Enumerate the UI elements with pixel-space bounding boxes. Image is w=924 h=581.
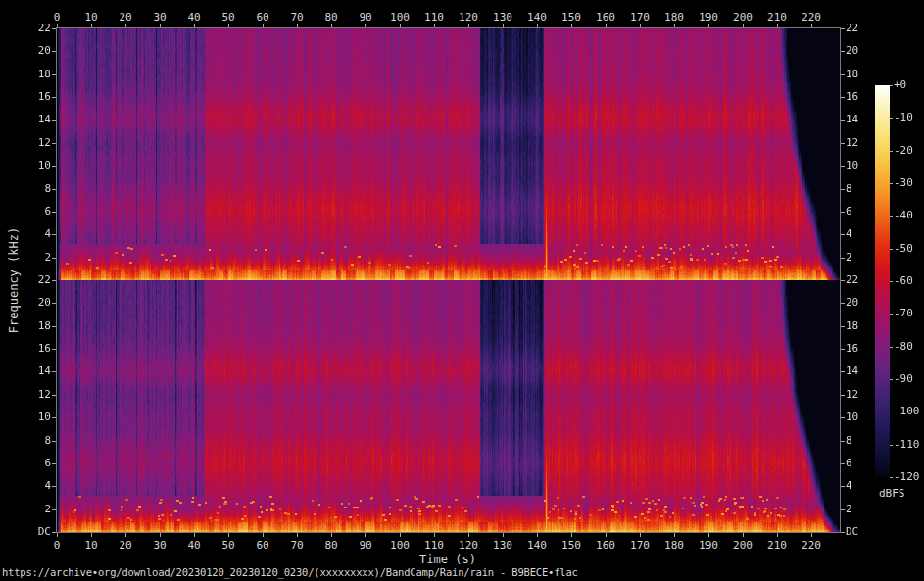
- time-tick-label: 140: [517, 12, 557, 24]
- freq-tick-label: 4: [846, 228, 877, 240]
- spectrogram-window: Frequency (kHz) Time (s) dBFS https://ar…: [0, 0, 924, 581]
- freq-tick: [841, 74, 845, 75]
- time-tick: [537, 533, 538, 537]
- freq-tick-label: 6: [846, 206, 877, 218]
- freq-axis-title: Frequency (kHz): [8, 227, 20, 333]
- time-tick: [503, 24, 504, 27]
- time-tick: [811, 533, 812, 537]
- freq-tick-label: 4: [20, 228, 51, 240]
- freq-tick: [52, 441, 56, 442]
- freq-tick-label: 10: [846, 160, 877, 171]
- time-tick: [228, 533, 229, 537]
- time-tick-label: 150: [552, 12, 591, 24]
- time-tick: [777, 533, 778, 537]
- freq-tick-label: 8: [846, 435, 877, 447]
- db-tick: [890, 412, 893, 412]
- freq-tick: [52, 326, 56, 327]
- db-tick-label: -60: [894, 275, 924, 287]
- colorbar-title: dBFS: [879, 488, 905, 500]
- db-tick: [890, 314, 893, 315]
- time-tick-label: 160: [586, 12, 625, 24]
- time-tick: [434, 533, 435, 537]
- time-tick: [228, 24, 229, 27]
- time-tick-label: 150: [552, 540, 591, 552]
- db-tick: [890, 249, 893, 250]
- db-tick: [890, 118, 893, 119]
- freq-tick-label: 22: [846, 274, 877, 286]
- time-tick: [811, 24, 812, 27]
- time-tick: [743, 24, 744, 27]
- freq-tick-label: DC: [20, 526, 51, 538]
- time-tick: [331, 533, 332, 537]
- spectrogram-right-channel: [57, 280, 840, 532]
- freq-tick-label: 8: [20, 435, 51, 447]
- time-tick-label: 120: [449, 540, 488, 552]
- time-tick: [571, 533, 572, 537]
- db-tick: [890, 183, 893, 184]
- time-tick: [125, 533, 126, 537]
- freq-tick-label: 10: [20, 412, 51, 423]
- time-tick-label: 80: [312, 540, 351, 552]
- freq-tick-label: 6: [20, 458, 51, 469]
- freq-tick-label: 16: [20, 91, 51, 103]
- time-tick: [91, 24, 92, 27]
- freq-tick: [52, 234, 56, 235]
- time-tick: [91, 533, 92, 537]
- db-tick-label: -110: [894, 439, 924, 451]
- freq-tick: [841, 326, 845, 327]
- freq-tick-label: 12: [20, 389, 51, 401]
- freq-tick-label: 12: [846, 389, 877, 401]
- freq-tick: [52, 258, 56, 259]
- time-tick-label: 220: [792, 12, 831, 24]
- time-tick: [331, 24, 332, 27]
- db-tick-label: -90: [894, 373, 924, 385]
- time-tick-label: 70: [277, 12, 316, 24]
- time-tick: [57, 533, 58, 537]
- time-tick: [160, 533, 161, 537]
- time-tick-label: 80: [312, 12, 351, 24]
- time-tick-label: 130: [483, 12, 522, 24]
- time-tick-label: 190: [689, 540, 728, 552]
- freq-tick: [841, 463, 845, 464]
- footer-title: https://archive•org/download/20230120_20…: [2, 566, 578, 578]
- freq-tick: [841, 258, 845, 259]
- time-tick-label: 30: [140, 12, 179, 24]
- time-tick-label: 90: [346, 12, 385, 24]
- time-tick: [194, 533, 195, 537]
- freq-tick: [841, 371, 845, 372]
- freq-tick-label: 14: [20, 365, 51, 377]
- freq-tick: [841, 280, 845, 281]
- time-tick-label: 180: [655, 12, 694, 24]
- time-tick: [434, 24, 435, 27]
- freq-tick: [841, 509, 845, 510]
- time-tick-label: 200: [723, 12, 762, 24]
- time-tick: [400, 24, 401, 27]
- db-tick-label: -100: [894, 406, 924, 417]
- time-tick: [468, 24, 469, 27]
- freq-tick-label: 4: [846, 480, 877, 492]
- freq-tick: [52, 212, 56, 213]
- freq-tick: [52, 463, 56, 464]
- freq-tick-label: 6: [20, 206, 51, 218]
- time-tick: [400, 533, 401, 537]
- freq-tick-label: 14: [846, 365, 877, 377]
- db-tick: [890, 85, 893, 86]
- freq-tick-label: 2: [846, 252, 877, 264]
- colorbar: [875, 85, 890, 477]
- time-tick-label: 170: [620, 12, 659, 24]
- freq-tick: [841, 120, 845, 121]
- time-tick-label: 60: [243, 540, 282, 552]
- freq-tick-label: 10: [846, 412, 877, 423]
- freq-tick-label: 14: [846, 114, 877, 125]
- time-tick: [537, 24, 538, 27]
- freq-tick-label: 8: [20, 183, 51, 195]
- freq-tick: [841, 417, 845, 418]
- freq-tick: [52, 486, 56, 487]
- time-tick-label: 210: [757, 540, 797, 552]
- time-tick: [297, 533, 298, 537]
- db-tick-label: -70: [894, 308, 924, 319]
- freq-tick-label: 20: [20, 45, 51, 57]
- freq-tick: [841, 51, 845, 52]
- time-tick-label: 50: [209, 540, 248, 552]
- freq-tick: [52, 51, 56, 52]
